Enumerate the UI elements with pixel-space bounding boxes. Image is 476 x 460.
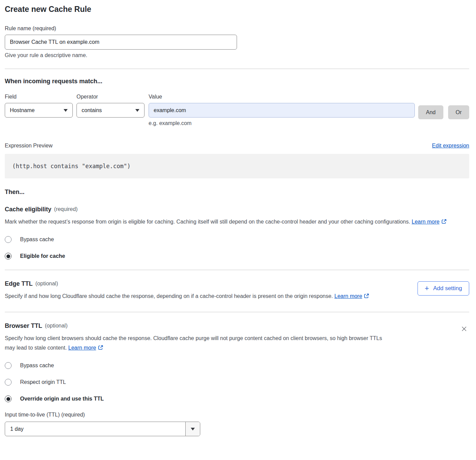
value-label: Value — [149, 94, 415, 100]
ttl-select-value: 1 day — [5, 422, 185, 436]
operator-select[interactable]: contains — [76, 103, 144, 118]
add-setting-button[interactable]: + Add setting — [418, 281, 469, 296]
radio-label: Eligible for cache — [20, 253, 65, 259]
rule-name-helper: Give your rule a descriptive name. — [5, 52, 469, 58]
rule-name-input[interactable] — [5, 35, 237, 50]
or-button[interactable]: Or — [448, 105, 469, 119]
edge-ttl-optional-note: (optional) — [35, 281, 58, 287]
then-heading: Then... — [5, 189, 469, 196]
edge-ttl-description: Specify if and how long Cloudflare shoul… — [5, 291, 369, 302]
browser-ttl-description-text: Specify how long client browsers should … — [5, 335, 382, 351]
add-setting-label: Add setting — [433, 285, 462, 292]
page-title: Create new Cache Rule — [5, 5, 469, 14]
browser-ttl-learn-more-link[interactable]: Learn more — [68, 345, 96, 351]
ttl-input-label: Input time-to-live (TTL) (required) — [5, 412, 469, 418]
chevron-down-icon — [191, 428, 195, 430]
field-select-value: Hostname — [10, 107, 35, 113]
browser-ttl-section: Browser TTL (optional) Specify how long … — [5, 322, 469, 436]
remove-browser-ttl-button[interactable] — [460, 324, 469, 334]
cache-eligibility-description-text: Mark whether the request’s response from… — [5, 219, 410, 225]
edge-ttl-learn-more-link[interactable]: Learn more — [335, 293, 362, 299]
cache-eligibility-section: Cache eligibility (required) Mark whethe… — [5, 206, 469, 260]
radio-browser-bypass-cache[interactable]: Bypass cache — [5, 362, 469, 369]
plus-icon: + — [425, 285, 429, 292]
radio-icon — [5, 379, 12, 386]
external-link-icon — [441, 218, 447, 227]
radio-bypass-cache[interactable]: Bypass cache — [5, 236, 469, 243]
and-button[interactable]: And — [418, 105, 443, 119]
external-link-icon — [364, 292, 369, 302]
expression-code: (http.host contains "example.com") — [12, 163, 131, 170]
ttl-input-field: Input time-to-live (TTL) (required) 1 da… — [5, 412, 469, 436]
cache-eligibility-required-note: (required) — [54, 206, 78, 212]
divider — [5, 69, 469, 69]
divider — [5, 312, 469, 312]
cache-eligibility-description: Mark whether the request’s response from… — [5, 217, 460, 227]
rule-name-section: Rule name (required) Give your rule a de… — [5, 25, 469, 58]
ttl-select[interactable]: 1 day — [5, 422, 200, 436]
operator-label: Operator — [76, 94, 144, 100]
expression-code-block: (http.host contains "example.com") — [5, 154, 469, 178]
expression-preview-label: Expression Preview — [5, 143, 53, 149]
field-select[interactable]: Hostname — [5, 103, 73, 118]
operator-select-value: contains — [82, 107, 102, 113]
field-label: Field — [5, 94, 73, 100]
close-icon — [461, 326, 467, 332]
value-helper: e.g. example.com — [149, 120, 415, 126]
radio-label: Respect origin TTL — [20, 379, 66, 385]
radio-icon — [5, 362, 12, 369]
radio-icon — [5, 253, 12, 260]
browser-ttl-options: Bypass cache Respect origin TTL Override… — [5, 362, 469, 402]
chevron-down-icon — [64, 109, 68, 112]
radio-respect-origin-ttl[interactable]: Respect origin TTL — [5, 379, 469, 386]
match-heading: When incoming requests match... — [5, 78, 469, 85]
radio-override-origin-ttl[interactable]: Override origin and use this TTL — [5, 395, 469, 402]
match-section: When incoming requests match... Field Ho… — [5, 78, 469, 178]
browser-ttl-optional-note: (optional) — [45, 323, 68, 329]
edge-ttl-description-text: Specify if and how long Cloudflare shoul… — [5, 293, 333, 299]
value-input[interactable] — [149, 103, 415, 118]
browser-ttl-description: Specify how long client browsers should … — [5, 334, 392, 353]
edit-expression-link[interactable]: Edit expression — [432, 143, 469, 149]
match-row: Field Hostname Operator contains Value e… — [5, 94, 469, 126]
chevron-down-icon — [135, 109, 139, 112]
edge-ttl-title: Edge TTL — [5, 280, 33, 287]
external-link-icon — [98, 344, 103, 353]
radio-icon — [5, 236, 12, 243]
browser-ttl-title: Browser TTL — [5, 322, 42, 330]
create-cache-rule-form: Create new Cache Rule Rule name (require… — [0, 0, 476, 442]
radio-label: Bypass cache — [20, 236, 54, 243]
divider — [5, 270, 469, 270]
cache-eligibility-learn-more-link[interactable]: Learn more — [412, 219, 440, 225]
cache-eligibility-title: Cache eligibility — [5, 206, 51, 213]
rule-name-label: Rule name (required) — [5, 25, 469, 32]
cache-eligibility-options: Bypass cache Eligible for cache — [5, 236, 469, 260]
radio-label: Bypass cache — [20, 362, 54, 369]
radio-label: Override origin and use this TTL — [20, 396, 104, 402]
radio-icon — [5, 395, 12, 402]
expression-preview-header: Expression Preview Edit expression — [5, 143, 469, 149]
edge-ttl-section: Edge TTL (optional) Specify if and how l… — [5, 280, 469, 302]
ttl-select-arrow[interactable] — [185, 422, 200, 436]
radio-eligible-for-cache[interactable]: Eligible for cache — [5, 253, 469, 260]
